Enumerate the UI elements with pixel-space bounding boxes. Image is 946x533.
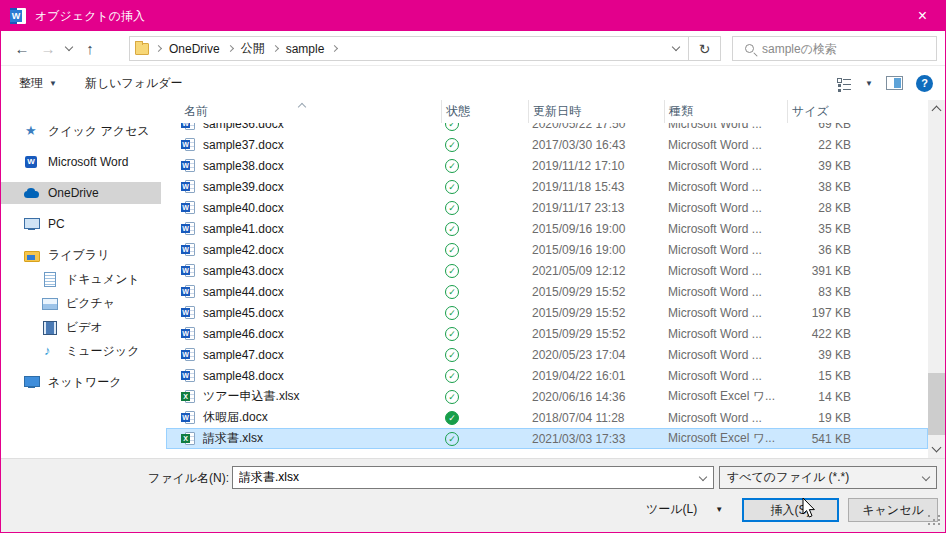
vertical-scrollbar[interactable] bbox=[928, 100, 945, 458]
file-modified: 2019/11/18 15:43 bbox=[528, 180, 664, 194]
file-row[interactable]: W sample47.docx 2020/05/23 17:04 Microso… bbox=[166, 344, 928, 365]
file-type-icon: X bbox=[181, 389, 197, 405]
breadcrumb[interactable]: OneDrive 公開 sample ↻ bbox=[129, 36, 721, 61]
file-row[interactable]: X ツアー申込書.xlsx 2020/06/16 14:36 Microsoft… bbox=[166, 386, 928, 407]
file-type-chevron-icon bbox=[916, 474, 936, 482]
file-row[interactable]: W sample43.docx 2021/05/09 12:12 Microso… bbox=[166, 260, 928, 281]
file-type: Microsoft Word ... bbox=[664, 285, 787, 299]
file-type-select[interactable]: すべてのファイル (*.*) bbox=[719, 466, 937, 489]
close-icon[interactable]: × bbox=[900, 1, 945, 31]
scroll-up-icon[interactable] bbox=[932, 106, 942, 116]
sidebar-item-network[interactable]: ネットワーク bbox=[1, 371, 161, 393]
file-row[interactable]: W sample46.docx 2015/09/29 15:52 Microso… bbox=[166, 323, 928, 344]
cancel-button[interactable]: キャンセル bbox=[848, 498, 938, 522]
scrollbar-thumb[interactable] bbox=[928, 373, 945, 435]
back-icon[interactable]: ← bbox=[9, 40, 35, 57]
column-header-status[interactable]: 状態 bbox=[441, 100, 528, 123]
file-name: 休暇届.docx bbox=[203, 409, 268, 426]
file-type-icon: W bbox=[181, 200, 197, 216]
sidebar-item-label: ミュージック bbox=[66, 343, 139, 360]
recent-locations-chevron-icon[interactable] bbox=[61, 44, 77, 53]
file-size: 391 KB bbox=[787, 264, 871, 278]
file-size: 19 KB bbox=[787, 411, 871, 425]
breadcrumb-item-sample[interactable]: sample bbox=[285, 40, 326, 58]
file-type: Microsoft Word ... bbox=[664, 411, 787, 425]
file-size: 14 KB bbox=[787, 390, 871, 404]
file-modified: 2017/03/30 16:43 bbox=[528, 138, 664, 152]
file-row[interactable]: W sample48.docx 2019/04/22 16:01 Microso… bbox=[166, 365, 928, 386]
file-row[interactable]: W sample36.docx 2020/05/22 17:50 Microso… bbox=[166, 123, 928, 134]
search-input[interactable] bbox=[762, 42, 936, 56]
sidebar-item-label: ビデオ bbox=[66, 319, 103, 336]
resize-grip[interactable] bbox=[928, 515, 940, 527]
new-folder-button[interactable]: 新しいフォルダー bbox=[79, 71, 189, 96]
sidebar-item-pc[interactable]: PC bbox=[1, 213, 161, 235]
sidebar-item-label: ライブラリ bbox=[48, 247, 109, 264]
preview-pane-icon[interactable] bbox=[886, 76, 903, 90]
help-icon[interactable]: ? bbox=[916, 75, 933, 92]
file-row[interactable]: W sample45.docx 2015/09/29 15:52 Microso… bbox=[166, 302, 928, 323]
file-row[interactable]: W sample40.docx 2019/11/17 23:13 Microso… bbox=[166, 197, 928, 218]
sidebar-item-videos[interactable]: ビデオ bbox=[1, 316, 161, 338]
libraries-icon bbox=[23, 247, 41, 263]
organize-label: 整理 bbox=[19, 75, 43, 92]
sync-status-icon bbox=[445, 369, 459, 383]
file-row[interactable]: X 請求書.xlsx 2021/03/03 17:33 Microsoft Ex… bbox=[166, 428, 928, 449]
sidebar-item-microsoft-word[interactable]: Microsoft Word bbox=[1, 151, 161, 173]
sync-status-icon bbox=[445, 138, 459, 152]
scroll-down-icon[interactable] bbox=[932, 443, 942, 453]
file-modified: 2020/05/22 17:50 bbox=[528, 123, 664, 131]
folder-icon bbox=[135, 43, 149, 55]
sidebar-item-documents[interactable]: ドキュメント bbox=[1, 268, 161, 290]
command-bar: 整理 ▼ 新しいフォルダー ▼ ? bbox=[1, 66, 945, 100]
file-row[interactable]: W sample44.docx 2015/09/29 15:52 Microso… bbox=[166, 281, 928, 302]
file-row[interactable]: W sample37.docx 2017/03/30 16:43 Microso… bbox=[166, 134, 928, 155]
file-modified: 2021/03/03 17:33 bbox=[528, 432, 664, 446]
file-modified: 2015/09/16 19:00 bbox=[528, 243, 664, 257]
file-type-icon: W bbox=[181, 368, 197, 384]
insert-button[interactable]: 挿入(S) bbox=[742, 498, 839, 522]
filename-dropdown-chevron-icon[interactable] bbox=[693, 474, 713, 482]
breadcrumb-separator-icon bbox=[272, 45, 279, 52]
word-app-icon bbox=[10, 8, 26, 24]
sidebar-item-libraries[interactable]: ライブラリ bbox=[1, 244, 161, 266]
search-box[interactable] bbox=[732, 36, 937, 61]
file-row[interactable]: W 休暇届.docx 2018/07/04 11:28 Microsoft Wo… bbox=[166, 407, 928, 428]
file-row[interactable]: W sample42.docx 2015/09/16 19:00 Microso… bbox=[166, 239, 928, 260]
file-name: ツアー申込書.xlsx bbox=[203, 388, 300, 405]
file-type: Microsoft Excel ワ... bbox=[664, 388, 787, 405]
file-name: sample42.docx bbox=[203, 243, 284, 257]
sync-status-icon bbox=[445, 390, 459, 404]
column-header-modified[interactable]: 更新日時 bbox=[528, 100, 664, 123]
view-dropdown-chevron-icon[interactable]: ▼ bbox=[865, 79, 873, 88]
address-dropdown-chevron-icon[interactable] bbox=[662, 37, 688, 60]
file-type-value: すべてのファイル (*.*) bbox=[727, 469, 849, 486]
breadcrumb-separator-icon bbox=[331, 45, 338, 52]
file-size: 197 KB bbox=[787, 306, 871, 320]
sync-status-icon bbox=[445, 201, 459, 215]
sidebar-item-pictures[interactable]: ピクチャ bbox=[1, 292, 161, 314]
refresh-icon[interactable]: ↻ bbox=[689, 37, 720, 60]
organize-button[interactable]: 整理 ▼ bbox=[13, 71, 63, 96]
filename-input[interactable] bbox=[233, 471, 693, 485]
breadcrumb-item-onedrive[interactable]: OneDrive bbox=[168, 40, 221, 58]
breadcrumb-item-public[interactable]: 公開 bbox=[240, 38, 266, 59]
file-modified: 2020/06/16 14:36 bbox=[528, 390, 664, 404]
sidebar-item-quick-access[interactable]: クイック アクセス bbox=[1, 120, 161, 142]
forward-icon[interactable]: → bbox=[35, 40, 61, 57]
file-type-icon: W bbox=[181, 221, 197, 237]
sidebar-item-music[interactable]: ミュージック bbox=[1, 340, 161, 362]
file-row[interactable]: W sample39.docx 2019/11/18 15:43 Microso… bbox=[166, 176, 928, 197]
file-type-icon: W bbox=[181, 263, 197, 279]
file-type: Microsoft Word ... bbox=[664, 159, 787, 173]
column-header-size[interactable]: サイズ bbox=[787, 100, 871, 123]
column-header-type[interactable]: 種類 bbox=[664, 100, 787, 123]
quick-access-icon bbox=[23, 123, 41, 139]
up-icon[interactable]: ↑ bbox=[77, 40, 103, 57]
tools-button[interactable]: ツール(L) ▼ bbox=[646, 501, 723, 518]
file-row[interactable]: W sample38.docx 2019/11/12 17:10 Microso… bbox=[166, 155, 928, 176]
file-row[interactable]: W sample41.docx 2015/09/16 19:00 Microso… bbox=[166, 218, 928, 239]
change-view-icon[interactable] bbox=[836, 77, 852, 90]
sidebar-item-onedrive[interactable]: OneDrive bbox=[1, 182, 161, 204]
file-modified: 2015/09/29 15:52 bbox=[528, 306, 664, 320]
